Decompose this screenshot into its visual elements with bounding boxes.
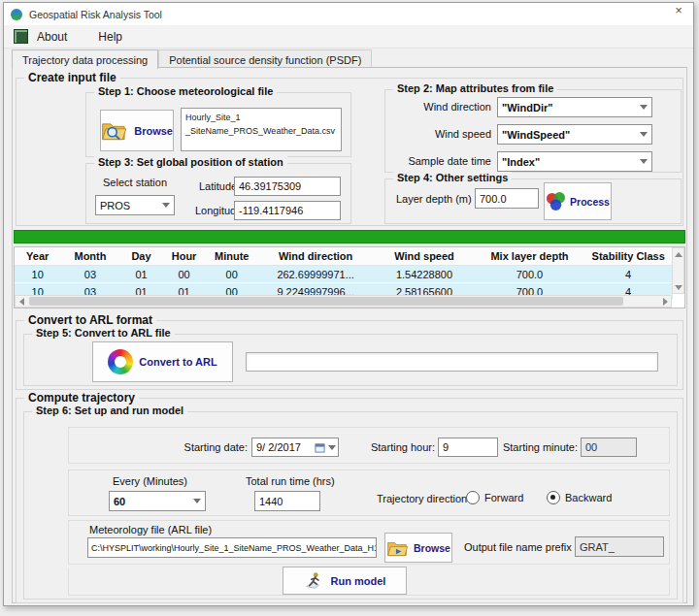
tab-trajectory-data-processing[interactable]: Trajectory data processing	[12, 49, 158, 69]
chevron-down-icon	[193, 499, 201, 503]
step1-legend: Step 1: Choose meteorological file	[94, 85, 277, 97]
scroll-up-icon[interactable]	[675, 252, 682, 257]
starting-hour-label: Starting hour:	[359, 441, 435, 453]
latitude-input[interactable]: 46.39175309	[234, 177, 341, 196]
wind-direction-label: Wind direction	[392, 101, 491, 113]
col-header: Day	[119, 250, 162, 262]
convert-arl-legend: Convert to ARL format	[24, 313, 156, 327]
col-header: Minute	[206, 250, 258, 262]
convert-to-arl-label: Convert to ARL	[139, 356, 216, 368]
starting-date-picker[interactable]: 9/ 2/2017	[251, 438, 339, 457]
total-run-time-label: Total run time (hrs)	[246, 475, 335, 487]
browse-met-file-label: Browse	[134, 125, 173, 137]
process-button[interactable]: Process	[544, 182, 612, 220]
station-value: PROS	[100, 200, 130, 211]
trajectory-direction-label: Trajectory direction	[377, 493, 467, 504]
tab-strip: Trajectory data processing Potential sou…	[12, 49, 372, 69]
vertical-scrollbar[interactable]	[672, 247, 684, 294]
chevron-down-icon	[162, 203, 170, 208]
every-minutes-label: Every (Minutes)	[113, 475, 187, 487]
convert-to-arl-button[interactable]: Convert to ARL	[92, 341, 233, 382]
layer-depth-input[interactable]: 700.0	[475, 188, 539, 209]
folder-open-icon	[386, 539, 410, 557]
cell-stability-class: 4	[583, 269, 673, 280]
run-model-button[interactable]: Run model	[283, 567, 407, 595]
menu-about[interactable]: About	[28, 27, 76, 47]
cell-day: 01	[119, 269, 162, 280]
col-header: Wind speed	[373, 250, 475, 262]
window-title: Geospatial Risk Analysis Tool	[29, 9, 162, 20]
col-header: Wind direction	[258, 250, 374, 262]
wind-speed-label: Wind speed	[392, 128, 491, 140]
every-minutes-value: 60	[114, 496, 125, 507]
wind-direction-select[interactable]: "WindDir"	[497, 97, 652, 117]
scroll-right-icon[interactable]	[663, 298, 668, 306]
horizontal-scrollbar[interactable]	[15, 295, 672, 308]
forward-radio[interactable]: Forward	[466, 491, 523, 504]
convert-progress-bar	[246, 352, 658, 372]
starting-date-value: 9/ 2/2017	[256, 441, 315, 453]
col-header: Mix layer depth	[476, 250, 584, 262]
scroll-down-icon[interactable]	[675, 285, 682, 290]
sample-date-time-value: "Index"	[502, 156, 540, 168]
starting-hour-input[interactable]: 9	[438, 438, 498, 457]
sample-date-time-label: Sample date time	[392, 155, 491, 167]
starting-minute-input[interactable]: 00	[581, 438, 637, 457]
output-prefix-label: Output file name prefix	[464, 541, 572, 553]
sample-date-time-select[interactable]: "Index"	[497, 151, 652, 172]
browse-met-file-button[interactable]: Browse	[100, 110, 174, 151]
color-wheel-icon	[108, 349, 133, 374]
compute-trajectory-legend: Compute trajectory	[24, 391, 139, 405]
runner-icon	[304, 571, 323, 591]
step5-legend: Step 5: Convert to ARL file	[32, 327, 175, 339]
step6-legend: Step 6: Set up and run model	[32, 405, 187, 416]
station-select[interactable]: PROS	[95, 195, 175, 215]
total-run-time-input[interactable]: 1440	[254, 491, 320, 511]
menu-help[interactable]: Help	[89, 27, 131, 47]
chevron-down-icon	[640, 132, 648, 137]
table-header-row: Year Month Day Hour Minute Wind directio…	[15, 247, 673, 266]
backward-radio-label: Backward	[565, 492, 612, 503]
create-input-file-legend: Create input file	[24, 71, 120, 84]
close-icon[interactable]: ×	[668, 3, 689, 19]
chevron-down-icon	[640, 105, 648, 110]
backward-radio[interactable]: Backward	[547, 491, 612, 504]
scrollbar-thumb[interactable]	[29, 297, 623, 306]
wind-speed-value: "WindSpeed"	[502, 129, 570, 141]
cell-year: 10	[15, 269, 60, 280]
col-header: Stability Class	[583, 250, 673, 262]
starting-minute-label: Starting minute:	[490, 441, 578, 453]
process-label: Process	[570, 196, 610, 208]
scroll-left-icon[interactable]	[19, 298, 24, 306]
cell-mix-layer-depth: 700.0	[476, 269, 584, 280]
processing-progress-bar	[14, 230, 685, 243]
step4-legend: Step 4: Other settings	[393, 172, 512, 183]
output-prefix-input[interactable]: GRAT_	[575, 536, 664, 557]
forward-radio-label: Forward	[484, 492, 523, 503]
longitude-input[interactable]: -119.4117946	[234, 201, 341, 220]
cell-month: 03	[60, 269, 119, 280]
met-file-display: Hourly_Site_1 _SiteName_PROS_Weather_Dat…	[181, 108, 342, 151]
col-header: Year	[15, 250, 60, 262]
chevron-down-icon	[328, 445, 336, 450]
wind-speed-select[interactable]: "WindSpeed"	[497, 124, 652, 145]
calendar-icon	[315, 442, 325, 453]
cell-hour: 00	[163, 269, 206, 280]
about-icon	[14, 29, 28, 44]
col-header: Hour	[163, 250, 206, 262]
cell-minute: 00	[206, 269, 258, 280]
every-minutes-select[interactable]: 60	[109, 491, 206, 511]
folder-search-icon	[101, 119, 128, 142]
col-header: Month	[60, 250, 119, 262]
browse-arl-file-button[interactable]: Browse	[384, 533, 452, 563]
latitude-label: Latitude	[199, 180, 237, 192]
title-bar: Geospatial Risk Analysis Tool	[4, 3, 693, 25]
arl-file-label: Meteorology file (ARL file)	[89, 524, 212, 535]
radio-checked-icon	[547, 491, 560, 504]
arl-file-input[interactable]: C:\HYSPLIT\working\Hourly_Site_1_SiteNam…	[87, 537, 377, 558]
tab-psdf[interactable]: Potential source density function (PSDF)	[158, 49, 372, 69]
layer-depth-label: Layer depth (m)	[396, 193, 472, 205]
step3-legend: Step 3: Set global position of station	[94, 156, 287, 168]
app-icon	[11, 9, 22, 20]
table-row[interactable]: 10 03 01 00 00 262.69999971... 1.5422880…	[15, 266, 673, 283]
